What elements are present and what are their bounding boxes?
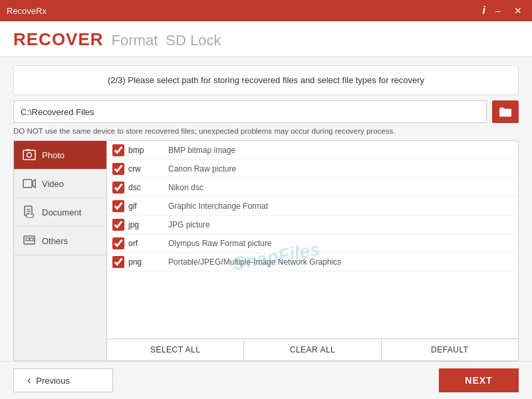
file-ext-png: png xyxy=(128,257,168,267)
svg-rect-12 xyxy=(30,238,33,241)
select-all-button[interactable]: SELECT ALL xyxy=(107,339,244,360)
nav-header: RECOVER Format SD Lock xyxy=(0,21,532,57)
nav-sdlock[interactable]: SD Lock xyxy=(166,32,221,49)
info-button[interactable]: i xyxy=(483,5,485,17)
svg-marker-4 xyxy=(33,180,35,188)
file-checkbox-orf[interactable] xyxy=(112,237,124,249)
action-buttons: SELECT ALL CLEAR ALL DEFAULT xyxy=(107,338,518,360)
category-others[interactable]: Others xyxy=(14,227,106,255)
category-video[interactable]: Video xyxy=(14,170,106,198)
svg-rect-11 xyxy=(26,238,29,241)
file-ext-crw: crw xyxy=(128,164,168,174)
svg-rect-9 xyxy=(27,214,33,217)
category-list: Photo Video xyxy=(14,141,107,360)
app-body: RECOVER Format SD Lock (2/3) Please sele… xyxy=(0,21,532,399)
category-document-label: Document xyxy=(42,207,81,217)
file-checkbox-png[interactable] xyxy=(112,256,124,268)
file-row: pngPortable/JPEG/Multiple-Image Network … xyxy=(107,253,518,271)
file-checkbox-bmp[interactable] xyxy=(112,144,124,156)
next-button[interactable]: NEXT xyxy=(439,368,519,392)
folder-icon xyxy=(498,106,513,118)
svg-rect-2 xyxy=(27,149,29,151)
clear-all-button[interactable]: CLEAR ALL xyxy=(244,339,381,360)
nav-format[interactable]: Format xyxy=(112,32,158,49)
category-document[interactable]: Document xyxy=(14,198,106,227)
nav-recover[interactable]: RECOVER xyxy=(13,29,104,50)
default-button[interactable]: DEFAULT xyxy=(382,339,518,360)
file-row: jpgJPG picture xyxy=(107,215,518,234)
file-desc-png: Portable/JPEG/Multiple-Image Network Gra… xyxy=(168,257,513,267)
svg-rect-3 xyxy=(23,180,32,188)
file-types-section: Photo Video xyxy=(13,140,519,361)
prev-chevron-icon: ‹ xyxy=(27,374,31,386)
step-description: (2/3) Please select path for storing rec… xyxy=(13,65,519,95)
close-button[interactable]: ✕ xyxy=(511,3,525,18)
file-desc-jpg: JPG picture xyxy=(168,220,513,229)
svg-rect-0 xyxy=(23,150,35,160)
footer: ‹ Previous NEXT xyxy=(0,361,532,399)
category-others-label: Others xyxy=(42,236,68,246)
others-icon xyxy=(22,233,37,248)
file-list-container: bmpBMP bitmap imagecrwCanon Raw pictured… xyxy=(107,141,518,360)
file-desc-gif: Graphic Interchange Format xyxy=(168,201,513,211)
file-ext-orf: orf xyxy=(128,239,168,248)
file-row: dscNikon dsc xyxy=(107,178,518,197)
file-row: orfOlympus Raw Format picture xyxy=(107,234,518,253)
file-desc-crw: Canon Raw picture xyxy=(168,164,513,174)
warning-text: DO NOT use the same device to store reco… xyxy=(13,127,519,135)
file-checkbox-dsc[interactable] xyxy=(112,182,124,194)
previous-button[interactable]: ‹ Previous xyxy=(13,368,113,392)
file-desc-orf: Olympus Raw Format picture xyxy=(168,239,513,248)
path-input[interactable] xyxy=(13,100,487,123)
document-icon xyxy=(22,205,37,219)
path-row xyxy=(13,100,519,123)
title-bar: RecoveRx i – ✕ xyxy=(0,0,532,21)
category-photo-label: Photo xyxy=(42,150,65,160)
category-photo[interactable]: Photo xyxy=(14,141,106,170)
file-ext-jpg: jpg xyxy=(128,220,168,229)
minimize-button[interactable]: – xyxy=(491,3,505,18)
video-icon xyxy=(22,176,37,191)
file-desc-bmp: BMP bitmap image xyxy=(168,146,513,155)
file-row: crwCanon Raw picture xyxy=(107,160,518,178)
app-title: RecoveRx xyxy=(7,6,47,16)
file-desc-dsc: Nikon dsc xyxy=(168,183,513,192)
file-ext-dsc: dsc xyxy=(128,183,168,192)
file-row: gifGraphic Interchange Format xyxy=(107,197,518,215)
file-checkbox-crw[interactable] xyxy=(112,163,124,175)
browse-folder-button[interactable] xyxy=(492,100,519,123)
category-video-label: Video xyxy=(42,179,64,189)
window-controls: i – ✕ xyxy=(483,3,525,18)
file-checkbox-gif[interactable] xyxy=(112,200,124,212)
file-list: bmpBMP bitmap imagecrwCanon Raw pictured… xyxy=(107,141,518,338)
file-checkbox-jpg[interactable] xyxy=(112,219,124,231)
file-row: bmpBMP bitmap image xyxy=(107,141,518,160)
file-ext-bmp: bmp xyxy=(128,146,168,155)
file-ext-gif: gif xyxy=(128,201,168,211)
svg-point-1 xyxy=(27,153,32,158)
photo-icon xyxy=(22,148,37,162)
